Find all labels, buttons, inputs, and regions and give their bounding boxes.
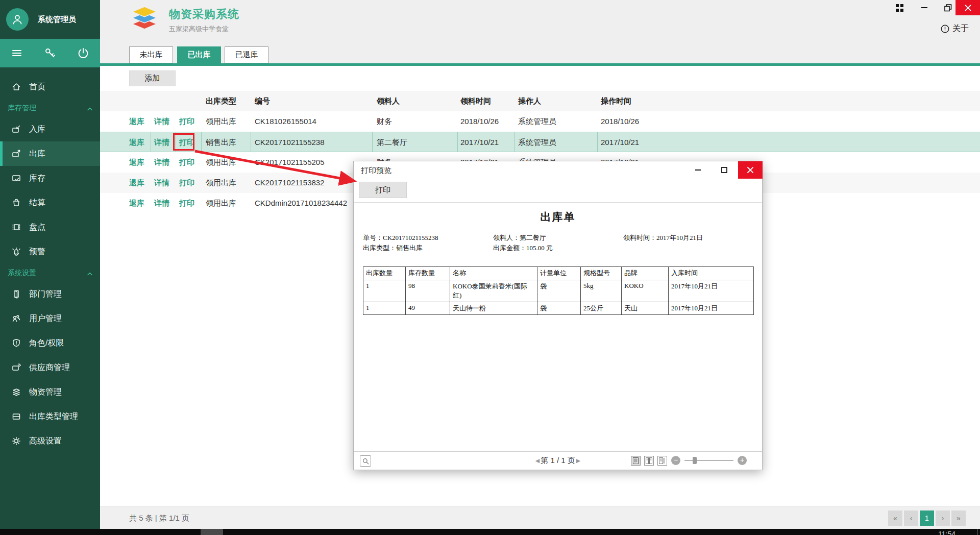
print-link[interactable]: 打印 [179, 173, 194, 193]
window-minimize-button[interactable] [916, 0, 933, 15]
zoom-out-button[interactable]: − [671, 456, 680, 465]
show-desktop-divider[interactable] [977, 529, 977, 535]
section-label: 系统设置 [8, 269, 36, 278]
next-page-button[interactable]: › [936, 510, 950, 526]
cell-operate-time: 2018/10/26 [601, 111, 639, 132]
print-link[interactable]: 打印 [179, 152, 194, 173]
prev-page-arrow[interactable]: ◀ [535, 457, 540, 464]
sidebar-item-roles[interactable]: 角色/权限 [0, 331, 100, 355]
sidebar-item-alerts[interactable]: 预警 [0, 239, 100, 264]
doc-time-label: 领料时间： [623, 234, 656, 241]
sidebar-item-settlement[interactable]: 结算 [0, 190, 100, 215]
dialog-minimize-button[interactable] [688, 161, 708, 179]
dialog-close-button[interactable] [738, 161, 763, 179]
sidebar-item-home[interactable]: 首页 [0, 75, 100, 99]
page-1-button[interactable]: 1 [920, 510, 934, 526]
zoom-slider-thumb[interactable] [693, 457, 697, 464]
last-page-button[interactable]: » [951, 510, 966, 526]
doc-amount-label: 出库金额： [493, 244, 526, 252]
apps-grid-button[interactable] [891, 0, 908, 15]
single-page-view-button[interactable] [631, 456, 641, 466]
detail-link[interactable]: 详情 [154, 132, 169, 153]
sidebar-item-materials[interactable]: 物资管理 [0, 380, 100, 404]
sidebar-item-outbound[interactable]: 出库 [0, 141, 100, 166]
prev-page-button[interactable]: ‹ [904, 510, 918, 526]
dialog-titlebar[interactable]: 打印预览 [354, 161, 762, 180]
sidebar-section-settings[interactable]: 系统设置 [0, 264, 100, 282]
return-link[interactable]: 退库 [129, 111, 144, 132]
print-link[interactable]: 打印 [179, 193, 194, 213]
cell-divider [151, 132, 151, 152]
print-button[interactable]: 打印 [359, 182, 407, 198]
zoom-in-button[interactable]: + [738, 456, 747, 465]
return-link[interactable]: 退库 [129, 132, 144, 153]
sidebar-item-users[interactable]: 用户管理 [0, 306, 100, 331]
menu-toggle-button[interactable] [7, 43, 27, 63]
sidebar-item-departments[interactable]: 部门管理 [0, 282, 100, 306]
sidebar-item-label: 首页 [29, 82, 45, 92]
detail-link[interactable]: 详情 [154, 173, 169, 193]
doc-outbound-type: 出库类型：销售出库 [363, 244, 423, 253]
close-icon [747, 167, 753, 173]
sidebar-item-label: 物资管理 [29, 387, 62, 398]
about-button[interactable]: 关于 [941, 23, 969, 34]
sidebar-item-stocktake[interactable]: 盘点 [0, 215, 100, 239]
key-button[interactable] [40, 43, 60, 63]
close-icon [965, 5, 971, 11]
os-taskbar[interactable]: 11:54 [0, 529, 980, 535]
alarm-bell-icon [11, 247, 21, 257]
pagination: « ‹ 1 › » [888, 510, 966, 526]
power-button[interactable] [73, 43, 93, 63]
col-operate-time: 操作时间 [601, 91, 631, 111]
cell-code: CKDdmin20171018234442 [255, 193, 347, 213]
two-page-view-button[interactable] [644, 456, 654, 466]
zoom-tool-button[interactable] [360, 455, 371, 467]
add-button[interactable]: 添加 [129, 70, 176, 86]
sidebar-item-inbound[interactable]: 入库 [0, 117, 100, 141]
print-link[interactable]: 打印 [179, 111, 194, 132]
chevron-up-icon [87, 104, 92, 112]
sidebar-item-outbound-types[interactable]: 出库类型管理 [0, 404, 100, 429]
sidebar-nav: 首页 库存管理 入库 出库 库存 结算 [0, 67, 100, 453]
sidebar-item-advanced-settings[interactable]: 高级设置 [0, 429, 100, 453]
window-close-button[interactable] [955, 0, 980, 15]
detail-link[interactable]: 详情 [154, 152, 169, 173]
title-block: 物资采购系统 五家渠高级中学食堂 [169, 7, 239, 34]
detail-link[interactable]: 详情 [154, 111, 169, 132]
zoom-slider[interactable] [684, 460, 733, 461]
frame-icon [11, 222, 21, 232]
cell-divider [457, 132, 458, 152]
doc-col-name: 名称 [450, 267, 537, 280]
doc-cell: 袋 [537, 280, 581, 302]
tab-returned[interactable]: 已退库 [225, 46, 268, 63]
taskbar-app-button[interactable] [201, 529, 223, 535]
return-link[interactable]: 退库 [129, 152, 144, 173]
tab-not-outbound[interactable]: 未出库 [129, 46, 173, 63]
current-user-name: 系统管理员 [38, 15, 76, 25]
doc-col-out-qty: 出库数量 [363, 267, 406, 280]
maximize-icon [721, 167, 727, 173]
two-page-icon [646, 457, 652, 464]
sidebar-section-inventory[interactable]: 库存管理 [0, 99, 100, 117]
users-icon [11, 313, 21, 324]
return-link[interactable]: 退库 [129, 173, 144, 193]
tab-outbound-done[interactable]: 已出库 [177, 46, 221, 63]
dialog-maximize-button[interactable] [714, 161, 734, 179]
col-code: 编号 [255, 91, 270, 111]
user-block[interactable]: 系统管理员 [0, 0, 100, 39]
detail-link[interactable]: 详情 [154, 193, 169, 213]
print-link[interactable]: 打印 [179, 132, 194, 153]
print-preview-page: 出库单 单号：CK20171021155238 领料人：第二餐厅 领料时间：20… [354, 202, 762, 451]
sidebar-item-stock[interactable]: 库存 [0, 166, 100, 190]
doc-amount-value: 105.00 元 [526, 244, 553, 252]
next-page-arrow[interactable]: ▶ [576, 457, 580, 464]
sidebar-item-suppliers[interactable]: 供应商管理 [0, 355, 100, 380]
continuous-view-button[interactable] [657, 456, 667, 466]
sidebar-item-label: 入库 [29, 124, 45, 135]
doc-request-time: 领料时间：2017年10月21日 [623, 233, 703, 242]
doc-cell: 49 [406, 302, 450, 315]
return-link[interactable]: 退库 [129, 193, 144, 213]
window-restore-button[interactable] [939, 0, 957, 15]
inbound-icon [11, 124, 21, 134]
first-page-button[interactable]: « [888, 510, 902, 526]
